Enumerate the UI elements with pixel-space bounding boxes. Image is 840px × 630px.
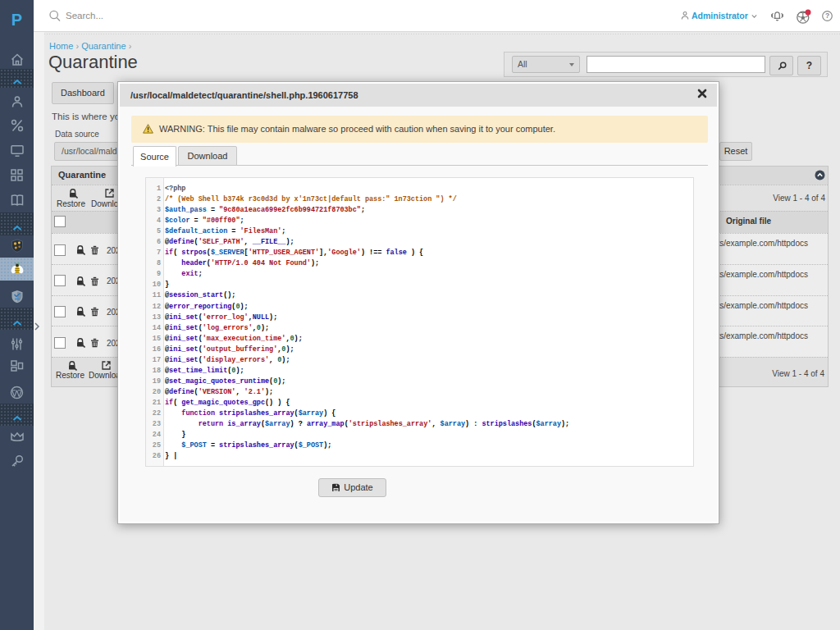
svg-text:?: ?	[825, 11, 829, 20]
